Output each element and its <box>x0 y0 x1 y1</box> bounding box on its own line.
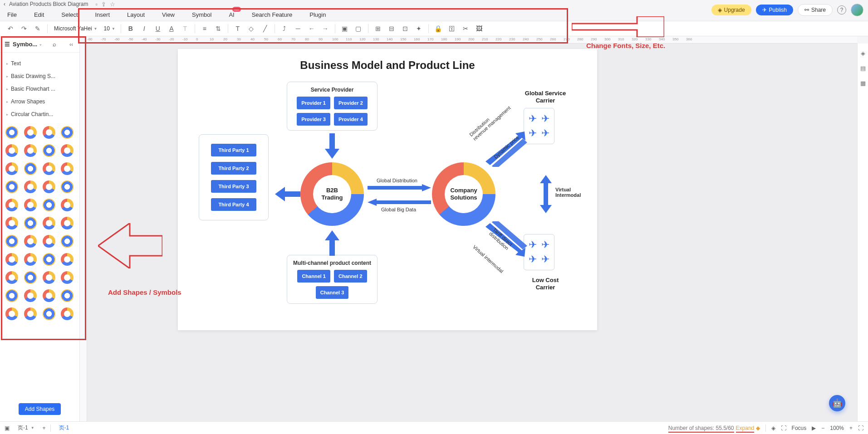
shape-thumb[interactable] <box>5 161 19 176</box>
shape-thumb[interactable] <box>5 180 19 194</box>
provider-2[interactable]: Provider 2 <box>334 97 368 109</box>
layers-toggle-icon[interactable]: ◈ <box>771 425 775 431</box>
shape-thumb[interactable] <box>60 270 74 285</box>
fullscreen-icon[interactable]: ⛶ <box>858 425 863 431</box>
shape-thumb[interactable] <box>42 307 56 321</box>
third-party-2[interactable]: Third Party 2 <box>211 162 256 175</box>
help-icon[interactable]: ? <box>837 5 846 15</box>
shape-thumb[interactable] <box>5 216 19 230</box>
donut-b2b-trading[interactable]: B2BTrading <box>300 162 364 226</box>
sidebar-cat-basic-drawing[interactable]: Basic Drawing S... <box>0 70 79 83</box>
shape-thumb[interactable] <box>5 270 19 285</box>
font-select[interactable]: Microsoft YaHei▼ <box>51 25 100 32</box>
size-icon[interactable]: ⊡ <box>399 23 411 34</box>
shape-thumb[interactable] <box>42 180 56 194</box>
export-icon[interactable]: ⇪ <box>101 1 106 8</box>
format-painter-icon[interactable]: ✎ <box>32 23 44 34</box>
shape-thumb[interactable] <box>5 234 19 249</box>
chevron-down-icon[interactable]: ⌄ <box>39 42 42 46</box>
line-spacing-icon[interactable]: ⇅ <box>212 23 224 34</box>
sidebar-cat-circular-charting[interactable]: Circular Chartin... <box>0 108 79 121</box>
canvas[interactable]: Business Model and Product Line Service … <box>87 44 857 421</box>
avatar[interactable] <box>851 4 863 16</box>
line-style-icon[interactable]: ─ <box>292 23 304 34</box>
page-tab-active[interactable]: 页-1 <box>55 423 73 433</box>
grid-icon[interactable]: ▦ <box>860 80 866 87</box>
service-provider-box[interactable]: Service Provider Provider 1 Provider 2 P… <box>287 82 378 131</box>
zoom-level[interactable]: 100% <box>830 425 844 431</box>
shape-thumb[interactable] <box>5 198 19 212</box>
back-icon[interactable]: ‹ <box>4 1 5 7</box>
shape-thumb[interactable] <box>5 252 19 267</box>
menu-ai[interactable]: AIhot <box>229 11 234 18</box>
shape-thumb[interactable] <box>23 270 38 285</box>
channel-3[interactable]: Channel 3 <box>316 286 349 299</box>
clear-format-icon[interactable]: T <box>179 23 191 34</box>
undo-icon[interactable]: ↶ <box>5 23 16 34</box>
shape-thumb[interactable] <box>5 125 19 140</box>
distribute-icon[interactable]: ⊟ <box>386 23 397 34</box>
shape-thumb[interactable] <box>60 234 74 249</box>
italic-icon[interactable]: I <box>138 23 150 34</box>
focus-target-icon[interactable]: ⛶ <box>781 425 786 431</box>
shape-thumb[interactable] <box>60 216 74 230</box>
text-tool-icon[interactable]: T <box>232 23 244 34</box>
outline-icon[interactable]: ▣ <box>5 425 10 431</box>
sidebar-cat-arrow-shapes[interactable]: Arrow Shapes <box>0 95 79 108</box>
shape-thumb[interactable] <box>23 307 38 321</box>
bold-icon[interactable]: B <box>125 23 137 34</box>
shape-thumb[interactable] <box>60 288 74 303</box>
shape-thumb[interactable] <box>42 270 56 285</box>
properties-icon[interactable]: ◈ <box>861 50 865 57</box>
menu-symbol[interactable]: Symbol <box>192 11 211 18</box>
menu-edit[interactable]: Edit <box>34 11 44 18</box>
present-icon[interactable]: ▶ <box>812 425 816 431</box>
shape-thumb[interactable] <box>23 252 38 267</box>
menu-select[interactable]: Select <box>61 11 78 18</box>
publish-button[interactable]: ✈Publish <box>756 5 793 15</box>
shape-thumb[interactable] <box>42 125 56 140</box>
search-icon[interactable]: ⌕ <box>53 41 56 48</box>
focus-label[interactable]: Focus <box>792 425 807 431</box>
shape-thumb[interactable] <box>60 252 74 267</box>
shape-thumb[interactable] <box>23 216 38 230</box>
collapse-icon[interactable]: ‹‹ <box>69 41 73 48</box>
font-size-select[interactable]: 10▼ <box>102 25 117 32</box>
upgrade-button[interactable]: ◈Upgrade <box>711 5 751 15</box>
menu-search-feature[interactable]: Search Feature <box>252 11 293 18</box>
shape-thumb[interactable] <box>60 125 74 140</box>
fill-color-icon[interactable]: ◇ <box>245 23 257 34</box>
shape-thumb[interactable] <box>60 307 74 321</box>
provider-4[interactable]: Provider 4 <box>334 113 368 126</box>
shape-thumb[interactable] <box>23 180 38 194</box>
lcc-planes[interactable]: ✈✈ ✈✈ <box>524 234 554 270</box>
layers-icon[interactable]: ▤ <box>860 65 866 72</box>
image-icon[interactable]: 🖼 <box>473 23 485 34</box>
arrow-start-icon[interactable]: ← <box>306 23 318 34</box>
shape-thumb[interactable] <box>42 252 56 267</box>
sidebar-cat-text[interactable]: Text <box>0 57 79 70</box>
star-icon[interactable]: ☆ <box>110 1 115 8</box>
arrow-end-icon[interactable]: → <box>319 23 331 34</box>
shape-thumb[interactable] <box>23 143 38 158</box>
multi-channel-box[interactable]: Multi-channel product content Channel 1 … <box>287 255 378 304</box>
third-party-1[interactable]: Third Party 1 <box>211 144 256 156</box>
font-color-icon[interactable]: A <box>166 23 177 34</box>
shape-thumb[interactable] <box>60 180 74 194</box>
shape-thumb[interactable] <box>42 234 56 249</box>
connector-icon[interactable]: ⤴ <box>279 23 290 34</box>
menu-file[interactable]: File <box>7 11 17 18</box>
page-tab-selector[interactable]: 页-1▼ <box>14 423 38 433</box>
gsc-planes[interactable]: ✈✈ ✈✈ <box>524 108 554 144</box>
channel-2[interactable]: Channel 2 <box>334 270 367 283</box>
third-party-box[interactable]: Third Party 1 Third Party 2 Third Party … <box>199 134 269 220</box>
menu-insert[interactable]: Insert <box>95 11 110 18</box>
donut-company-solutions[interactable]: CompanySolutions <box>432 162 495 226</box>
shape-thumb[interactable] <box>60 198 74 212</box>
zoom-in-icon[interactable]: + <box>849 425 853 431</box>
shape-thumb[interactable] <box>23 288 38 303</box>
shape-thumb[interactable] <box>23 161 38 176</box>
lock-icon[interactable]: 🔒 <box>432 23 444 34</box>
third-party-3[interactable]: Third Party 3 <box>211 180 256 193</box>
protect-icon[interactable]: ⚿ <box>446 23 458 34</box>
